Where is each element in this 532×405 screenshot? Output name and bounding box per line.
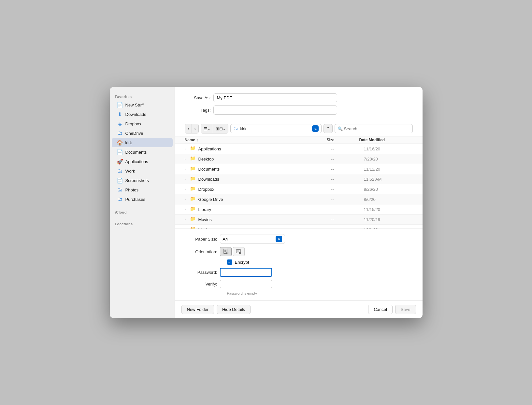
paper-size-select[interactable]: A4 ⇅ [220,234,285,244]
file-name: Library [198,207,331,212]
save-as-label: Save As: [185,95,211,100]
folder-icon: 📁 [190,186,196,192]
locations-label: Locations [110,219,175,227]
sidebar-item-work[interactable]: 🗂 Work [112,166,173,175]
sidebar-item-downloads[interactable]: ⬇ Downloads [112,110,173,119]
sidebar-item-applications[interactable]: 🚀 Applications [112,157,173,166]
forward-button[interactable]: › [192,124,198,133]
encrypt-checkbox[interactable]: ✓ [227,259,232,265]
expand-arrow[interactable]: › [185,198,190,201]
encrypt-row: ✓ Encrypt [227,259,413,265]
encrypt-label: Encrypt [235,260,249,265]
file-list-header: Name ↑ Size Date Modified [175,136,423,144]
expand-arrow[interactable]: › [185,188,190,191]
tags-input[interactable] [213,105,337,115]
left-buttons: New Folder Hide Details [181,305,368,314]
sidebar-item-label: Photos [125,188,138,192]
portrait-icon [223,249,229,255]
file-date: 8/26/20 [364,187,413,192]
tags-label: Tags: [185,108,211,113]
sidebar-item-photos[interactable]: 🗂 Photos [112,185,173,194]
location-chevron-btn[interactable]: ⇅ [312,125,319,132]
tags-row: Tags: [185,105,413,115]
file-size: -- [331,187,364,192]
top-form: Save As: Tags: [175,87,423,121]
main-content: Save As: Tags: ‹ › ☰ ⌄ [175,87,423,318]
orientation-label: Orientation: [185,249,217,254]
sidebar-item-onedrive[interactable]: 🗂 OneDrive [112,129,173,138]
password-row: Password: [185,268,413,277]
sidebar-item-screenshots[interactable]: 📄 Screenshots [112,176,173,185]
file-name: Applications [198,147,331,151]
expand-arrow[interactable]: › [185,167,190,171]
orientation-row: Orientation: [185,247,413,256]
grid-chevron: ⌄ [223,127,225,131]
sidebar-item-documents[interactable]: 📄 Documents [112,147,173,157]
col-name-header[interactable]: Name ↑ [185,138,327,142]
grid-view-button[interactable]: ⊞⊞ ⌄ [213,124,228,133]
sidebar-item-label: Applications [125,159,148,164]
sidebar-item-label: New Stuff [125,103,144,107]
dialog-overlay: Favorites 📄 New Stuff ⬇ Downloads ◈ Drop… [0,0,532,405]
file-name: Dropbox [198,187,331,192]
sidebar: Favorites 📄 New Stuff ⬇ Downloads ◈ Drop… [110,87,175,318]
folder-icon: 📁 [190,166,196,172]
table-row[interactable]: › 📁 Google Drive -- 8/6/20 [175,194,423,204]
save-as-input[interactable] [213,93,337,102]
new-folder-button[interactable]: New Folder [181,305,214,314]
table-row[interactable]: › 📁 Downloads -- 11:52 AM [175,174,423,184]
grid-icon: ⊞⊞ [216,126,223,131]
table-row[interactable]: › 📁 Music -- 10/1/20 [175,225,423,229]
sidebar-item-label: OneDrive [125,131,143,136]
expand-arrow[interactable]: › [185,177,190,181]
table-row[interactable]: › 📁 Movies -- 11/20/19 [175,215,423,225]
table-row[interactable]: › 📁 Documents -- 11/12/20 [175,164,423,174]
folder-icon: 🗂 [233,126,238,131]
col-date-header[interactable]: Date Modified [359,138,408,142]
orientation-buttons [220,247,245,256]
col-size-header[interactable]: Size [327,138,359,142]
select-chevron-icon: ⇅ [276,236,282,242]
verify-input[interactable] [220,280,272,288]
search-icon: 🔍 [338,126,343,131]
landscape-icon [236,249,242,255]
hide-details-button[interactable]: Hide Details [217,305,251,314]
sidebar-item-dropbox[interactable]: ◈ Dropbox [112,119,173,128]
sidebar-item-purchases[interactable]: 🗂 Purchases [112,195,173,204]
table-row[interactable]: › 📁 Applications -- 11/16/20 [175,144,423,154]
save-as-row: Save As: [185,93,413,102]
expand-arrow[interactable]: › [185,208,190,211]
expand-arrow[interactable]: › [185,147,190,151]
table-row[interactable]: › 📁 Desktop -- 7/28/20 [175,154,423,164]
expand-arrow[interactable]: › [185,218,190,221]
password-input[interactable] [220,268,272,277]
expand-arrow[interactable]: › [185,157,190,161]
onedrive-icon: 🗂 [117,130,123,136]
folder-icon: 📁 [190,196,196,202]
home-icon: 🏠 [117,140,123,146]
table-row[interactable]: › 📁 Dropbox -- 8/26/20 [175,184,423,194]
landscape-button[interactable] [233,247,245,256]
back-button[interactable]: ‹ [185,124,192,133]
list-view-button[interactable]: ☰ ⌄ [201,124,213,133]
sidebar-item-kirk[interactable]: 🏠 kirk [112,138,173,147]
file-name: Google Drive [198,197,331,202]
table-row[interactable]: › 📁 Library -- 11/15/20 [175,204,423,215]
download-icon: ⬇ [117,111,123,117]
save-button[interactable]: Save [395,305,416,314]
search-input[interactable] [344,126,410,131]
file-size: -- [331,147,364,151]
file-size: -- [331,167,364,172]
cancel-button[interactable]: Cancel [368,305,392,314]
dropbox-icon: ◈ [117,121,123,127]
file-name: Downloads [198,177,331,182]
right-buttons: Cancel Save [368,305,416,314]
location-bar: 🗂 kirk ⇅ [230,124,321,133]
purchases-icon: 🗂 [117,196,123,202]
nav-buttons: ‹ › [185,124,199,133]
search-bar: 🔍 [335,124,413,133]
portrait-button[interactable] [220,247,232,256]
expand-button[interactable]: ⌃ [324,124,333,133]
sidebar-item-new-stuff[interactable]: 📄 New Stuff [112,100,173,109]
chevron-updown-icon: ⇅ [314,127,317,131]
